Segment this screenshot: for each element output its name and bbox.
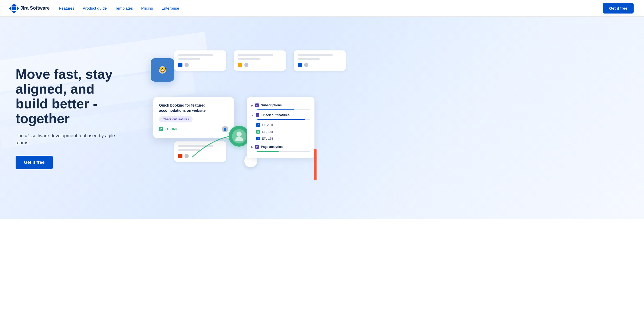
avatar-card: 🤓 xyxy=(151,58,174,82)
hero-text: Move fast, stay aligned, and build bette… xyxy=(16,67,125,169)
nav-features[interactable]: Features xyxy=(59,6,74,10)
line-6 xyxy=(298,58,320,60)
line-2 xyxy=(178,58,200,60)
logo[interactable]: Jira Software xyxy=(10,5,50,12)
etl-160-label: ETL-160 xyxy=(262,123,273,127)
etl-icon: E xyxy=(159,127,163,131)
etl-174-label: ETL-174 xyxy=(262,137,273,140)
side-panel: ▶ P Subscriptions ▼ P Check out features xyxy=(247,97,314,158)
hero-section: Move fast, stay aligned, and build bette… xyxy=(0,17,644,219)
nav-templates[interactable]: Templates xyxy=(115,6,133,10)
panel-check-features-label: Check out features xyxy=(261,113,310,117)
panel-subscriptions: ▶ P Subscriptions xyxy=(251,102,310,109)
task-card-3 xyxy=(294,50,346,71)
nav-links: Features Product guide Templates Pricing… xyxy=(59,6,179,10)
dot-gray-2 xyxy=(244,63,248,67)
line-3 xyxy=(238,54,273,56)
panel-etl-168: E ETL-168 xyxy=(251,128,310,135)
panel-etl-160: ✓ ETL-160 xyxy=(251,122,310,128)
dot-gray xyxy=(185,63,189,67)
line-5 xyxy=(298,54,333,56)
feature-tag: Check out features xyxy=(159,116,193,122)
avatar-figure: 🤓 xyxy=(159,66,166,74)
panel-icon-blue-2: ✓ xyxy=(256,137,260,140)
check-features-progress xyxy=(251,119,310,120)
page-analytics-progress xyxy=(251,151,310,152)
glasses-icon: 🤓 xyxy=(159,67,166,73)
dot-red xyxy=(178,154,182,158)
dot-blue xyxy=(178,63,182,67)
line-8 xyxy=(178,149,200,151)
big-avatar-head xyxy=(235,132,243,141)
task-card-2 xyxy=(234,50,286,71)
line-7 xyxy=(178,145,213,147)
dot-yellow xyxy=(238,63,242,67)
task-card-1 xyxy=(174,50,226,71)
nav-product-guide[interactable]: Product guide xyxy=(83,6,107,10)
brand-name: Jira Software xyxy=(20,5,50,11)
orange-accent-bar xyxy=(314,149,317,180)
panel-icon-green: E xyxy=(256,130,260,134)
chevron-right-icon-2: ▶ xyxy=(251,146,253,148)
main-feature-card: Quick booking for featured accomodations… xyxy=(153,97,234,138)
dot-gray-3 xyxy=(304,63,308,67)
dot-row-4 xyxy=(178,154,222,158)
page-analytics-fill xyxy=(257,151,279,152)
chevron-right-icon: ▶ xyxy=(251,104,253,107)
panel-icon-purple-2: P xyxy=(256,113,259,117)
subscriptions-bar xyxy=(257,109,310,110)
nav-enterprise[interactable]: Enterprise xyxy=(161,6,179,10)
panel-page-analytics-label: Page analytics xyxy=(261,145,310,149)
nav-pricing[interactable]: Pricing xyxy=(141,6,153,10)
subscriptions-fill xyxy=(257,109,294,110)
hero-headline: Move fast, stay aligned, and build bette… xyxy=(16,67,125,126)
subscriptions-progress xyxy=(251,109,310,110)
dot-row-1 xyxy=(178,63,222,67)
hero-subtext: The #1 software development tool used by… xyxy=(16,132,125,146)
chevron-down-icon: ▼ xyxy=(251,114,254,117)
check-features-bar xyxy=(257,119,310,120)
hero-cta-button[interactable]: Get it free xyxy=(16,156,53,169)
dot-row-3 xyxy=(298,63,341,67)
etl-badge: E ETL-168 xyxy=(159,127,177,131)
dot-gray-4 xyxy=(185,154,189,158)
nav-left: Jira Software Features Product guide Tem… xyxy=(10,5,179,12)
dot-row-2 xyxy=(238,63,282,67)
panel-icon-blue: ✓ xyxy=(256,123,260,127)
etl-168-label: ETL-168 xyxy=(262,130,273,133)
panel-subscriptions-label: Subscriptions xyxy=(261,103,310,107)
panel-page-analytics: ▶ P Page analytics xyxy=(251,143,310,150)
hero-content: Move fast, stay aligned, and build bette… xyxy=(0,22,644,214)
etl-label: ETL-168 xyxy=(165,127,177,131)
line-4 xyxy=(238,58,260,60)
navbar: Jira Software Features Product guide Tem… xyxy=(0,0,644,17)
line-1 xyxy=(178,54,213,56)
avatar-head: 🤓 xyxy=(159,66,166,74)
hero-illustration: 🤓 xyxy=(135,37,628,199)
check-features-fill xyxy=(257,119,305,120)
logo-icon xyxy=(9,3,19,14)
task-card-4 xyxy=(174,141,226,162)
avatar-head-circle xyxy=(236,132,242,137)
panel-check-features: ▼ P Check out features xyxy=(251,112,310,119)
main-card-title: Quick booking for featured accomodations… xyxy=(159,103,228,113)
nav-cta-button[interactable]: Get it free xyxy=(603,3,634,14)
page-analytics-bar xyxy=(257,151,310,152)
big-user-avatar xyxy=(229,126,249,147)
user-avatar-small: 👤 xyxy=(222,126,228,132)
panel-icon-purple: P xyxy=(255,103,259,107)
dot-blue-2 xyxy=(298,63,302,67)
panel-icon-purple-3: P xyxy=(255,145,259,149)
merge-icon: ⑂ xyxy=(249,158,253,164)
card-footer: E ETL-168 3 👤 xyxy=(159,126,228,132)
panel-etl-174: ✓ ETL-174 xyxy=(251,135,310,142)
big-avatar-inner xyxy=(232,129,246,143)
comment-count: 3 xyxy=(218,127,219,131)
avatar-body-shape xyxy=(235,137,243,141)
